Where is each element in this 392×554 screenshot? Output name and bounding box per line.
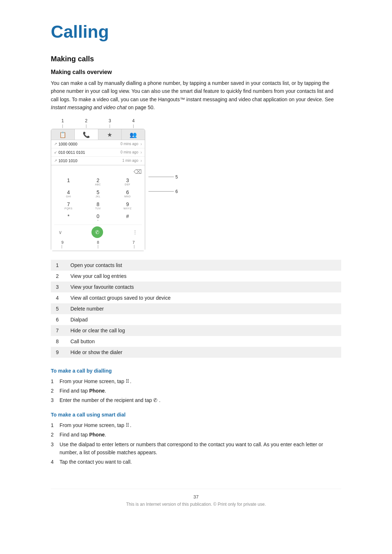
smart-step-text-2: Find and tap Phone. bbox=[60, 431, 106, 439]
call-log-row: ↗ 1010 1010 1 min ago › bbox=[51, 157, 145, 165]
legend-row: 4View all contact groups saved to your d… bbox=[51, 292, 341, 303]
key-2[interactable]: 2ABC bbox=[83, 176, 112, 187]
smart-step-text-1: From your Home screen, tap ⠿. bbox=[60, 421, 131, 429]
legend-row: 6Dialpad bbox=[51, 314, 341, 325]
subsection-title: Making calls overview bbox=[51, 69, 341, 75]
annotation-5-line bbox=[148, 177, 174, 177]
call-log-row: ↙ 010 0011 0101 0 mins ago › bbox=[51, 148, 145, 157]
smart-step-num-1: 1 bbox=[51, 421, 57, 429]
dialling-heading: To make a call by dialling bbox=[51, 368, 341, 374]
smart-step-item: 2 Find and tap Phone. bbox=[51, 430, 341, 439]
legend-row: 2View your call log entries bbox=[51, 271, 341, 282]
legend-desc: Hide or show the dialer bbox=[65, 347, 341, 358]
key-1[interactable]: 1 bbox=[54, 176, 83, 187]
annotation-6-line bbox=[148, 191, 174, 192]
key-6[interactable]: 6MNO bbox=[113, 188, 142, 199]
key-6-sub: MNO bbox=[113, 195, 142, 198]
key-7[interactable]: 7PQRS bbox=[54, 200, 83, 211]
groups-icon: 👥 bbox=[130, 132, 137, 138]
bottom-ticks: | | | bbox=[54, 245, 142, 249]
key-2-sub: ABC bbox=[83, 183, 112, 186]
key-star[interactable]: * bbox=[54, 212, 83, 223]
intro-paragraph: You can make a call by manually dialling… bbox=[51, 79, 341, 112]
legend-num: 1 bbox=[51, 260, 65, 271]
favourites-icon: ★ bbox=[107, 132, 112, 138]
call-log-number-1: 1000 0000 bbox=[58, 142, 121, 146]
key-3[interactable]: 3DEF bbox=[113, 176, 142, 187]
legend-num: 8 bbox=[51, 336, 65, 347]
legend-desc: View your favourite contacts bbox=[65, 282, 341, 292]
legend-num: 7 bbox=[51, 325, 65, 336]
tick-7: | bbox=[134, 245, 135, 249]
smart-step-num-2: 2 bbox=[51, 431, 57, 439]
tab-label-2: 2 bbox=[74, 118, 98, 123]
legend-num: 3 bbox=[51, 282, 65, 292]
step-num-1: 1 bbox=[51, 377, 57, 385]
key-hash[interactable]: # bbox=[113, 212, 142, 223]
key-8-sub: TUV bbox=[83, 207, 112, 210]
phone-diagram-wrapper: 1 2 3 4 | | | | 📋 📞 ★ bbox=[51, 118, 341, 251]
call-button[interactable]: ✆ bbox=[91, 226, 103, 238]
delete-icon[interactable]: ⌫ bbox=[134, 168, 142, 175]
key-9-sub: WXYZ bbox=[113, 207, 142, 210]
call-log-arrow-3: › bbox=[140, 158, 142, 163]
call-log-row: ↗ 1000 0000 0 mins ago › bbox=[51, 140, 145, 148]
tab-call-log[interactable]: 📞 bbox=[75, 129, 98, 140]
phone-tabs: 📋 📞 ★ 👥 bbox=[51, 129, 145, 140]
tab-numbers-row: 1 2 3 4 bbox=[51, 118, 145, 123]
key-5[interactable]: 5JKL bbox=[83, 188, 112, 199]
key-9[interactable]: 9WXYZ bbox=[113, 200, 142, 211]
step-text-3: Enter the number of the recipient and ta… bbox=[60, 396, 160, 404]
key-8[interactable]: 8TUV bbox=[83, 200, 112, 211]
tab-favourites[interactable]: ★ bbox=[98, 129, 122, 140]
label-9: 9 bbox=[61, 240, 64, 245]
call-log-number-3: 1010 1010 bbox=[58, 159, 122, 163]
call-log-arrow-1: › bbox=[140, 141, 142, 147]
phone-bold-2: Phone bbox=[89, 432, 105, 438]
key-0[interactable]: 0+ bbox=[83, 212, 112, 223]
tick-8: | bbox=[98, 245, 99, 249]
hide-dialer-icon[interactable]: ∨ bbox=[58, 229, 62, 235]
step-item: 1 From your Home screen, tap ⠿. bbox=[51, 377, 341, 386]
key-7-sub: PQRS bbox=[54, 207, 83, 210]
diagram-container: 1 2 3 4 | | | | 📋 📞 ★ bbox=[51, 118, 145, 251]
smart-step-text-3: Use the dialpad to enter letters or numb… bbox=[60, 440, 341, 457]
phone-bold-1: Phone bbox=[89, 388, 105, 394]
legend-row: 5Delete number bbox=[51, 303, 341, 314]
annotation-5: 5 bbox=[148, 175, 178, 180]
tick-9: | bbox=[61, 245, 62, 249]
legend-row: 3View your favourite contacts bbox=[51, 282, 341, 292]
legend-num: 6 bbox=[51, 314, 65, 325]
contacts-icon: 📋 bbox=[59, 132, 66, 138]
tab-groups[interactable]: 👥 bbox=[122, 129, 145, 140]
tab-contacts[interactable]: 📋 bbox=[51, 129, 75, 140]
legend-desc: Dialpad bbox=[65, 314, 341, 325]
legend-num: 9 bbox=[51, 347, 65, 358]
step-num-2: 2 bbox=[51, 387, 57, 395]
legend-row: 9Hide or show the dialer bbox=[51, 347, 341, 358]
tab-label-3: 3 bbox=[98, 118, 122, 123]
dialpad-area: ⌫ 1 2ABC 3DEF 4GHI 5JKL 6MNO 7PQRS 8TUV … bbox=[51, 165, 145, 251]
legend-desc: Hide or clear the call log bbox=[65, 325, 341, 336]
intro-link: Instant messaging and video chat bbox=[51, 104, 127, 110]
call-outgoing-icon: ↗ bbox=[54, 142, 57, 146]
legend-desc: Open your contacts list bbox=[65, 260, 341, 271]
tick-marks: | | | | bbox=[51, 124, 145, 128]
footer-notice: This is an Internet version of this publ… bbox=[126, 502, 266, 507]
label-7: 7 bbox=[132, 240, 135, 245]
page-title: Calling bbox=[51, 22, 341, 42]
key-5-sub: JKL bbox=[83, 195, 112, 198]
intro-end: on page 50. bbox=[127, 104, 155, 110]
apps-icon-2: ⠿ bbox=[126, 422, 130, 428]
section-title: Making calls bbox=[51, 55, 341, 63]
label-8: 8 bbox=[97, 240, 99, 245]
annotation-6: 6 bbox=[148, 189, 178, 194]
call-log-meta-2: 0 mins ago bbox=[121, 150, 138, 154]
smart-step-item: 4 Tap the contact you want to call. bbox=[51, 457, 341, 467]
call-incoming-icon: ↙ bbox=[54, 150, 57, 154]
legend-num: 2 bbox=[51, 271, 65, 282]
tab-label-4: 4 bbox=[122, 118, 145, 123]
more-options-icon[interactable]: ⋮ bbox=[132, 229, 138, 235]
key-4[interactable]: 4GHI bbox=[54, 188, 83, 199]
smart-dial-heading: To make a call using smart dial bbox=[51, 412, 341, 418]
